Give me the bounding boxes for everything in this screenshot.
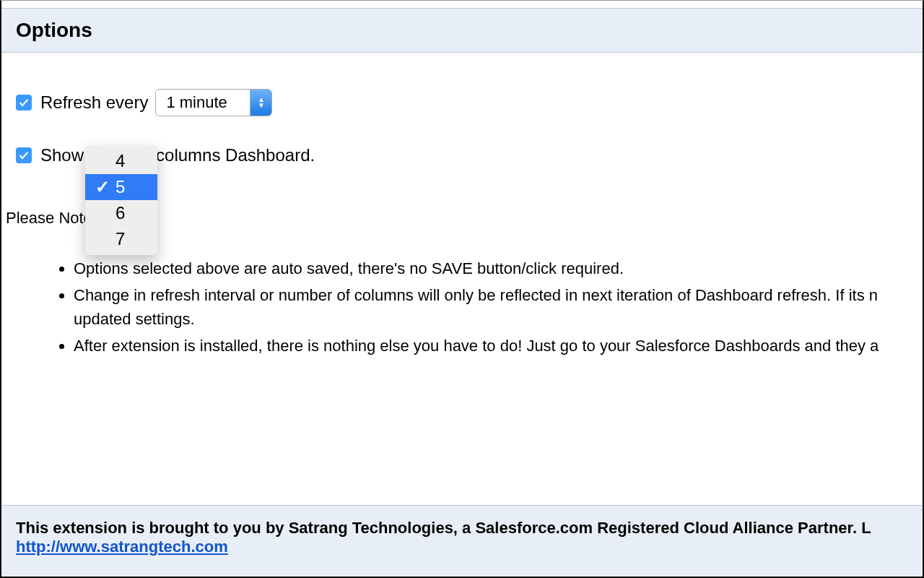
show-label-pre: Show xyxy=(40,145,84,165)
refresh-option-row: Refresh every 1 minute ▲ ▼ xyxy=(16,89,908,116)
refresh-interval-select[interactable]: 1 minute ▲ ▼ xyxy=(155,89,272,116)
refresh-interval-value: 1 minute xyxy=(156,93,250,112)
check-icon xyxy=(18,150,30,161)
footer-text: This extension is brought to you by Satr… xyxy=(16,519,871,537)
list-item: After extension is installed, there is n… xyxy=(74,334,908,358)
columns-dropdown-popup[interactable]: 4 5 6 7 xyxy=(85,145,157,255)
refresh-checkbox[interactable] xyxy=(16,95,32,111)
show-label-post: columns Dashboard. xyxy=(156,145,315,165)
dropdown-item-5[interactable]: 5 xyxy=(85,174,157,200)
show-checkbox[interactable] xyxy=(16,147,32,163)
page-title: Options xyxy=(16,19,908,42)
notes-list: Options selected above are auto saved, t… xyxy=(74,256,908,358)
list-item: Change in refresh interval or number of … xyxy=(74,283,908,331)
dropdown-item-6[interactable]: 6 xyxy=(85,200,157,226)
options-header: Options xyxy=(1,8,923,53)
refresh-label: Refresh every xyxy=(40,92,148,113)
footer-link[interactable]: http://www.satrangtech.com xyxy=(16,538,228,556)
dropdown-item-4[interactable]: 4 xyxy=(85,148,157,174)
stepper-icon[interactable]: ▲ ▼ xyxy=(250,90,271,116)
footer: This extension is brought to you by Satr… xyxy=(1,505,923,577)
check-icon xyxy=(18,97,30,108)
list-item: Options selected above are auto saved, t… xyxy=(74,256,908,280)
dropdown-item-7[interactable]: 7 xyxy=(85,226,157,252)
